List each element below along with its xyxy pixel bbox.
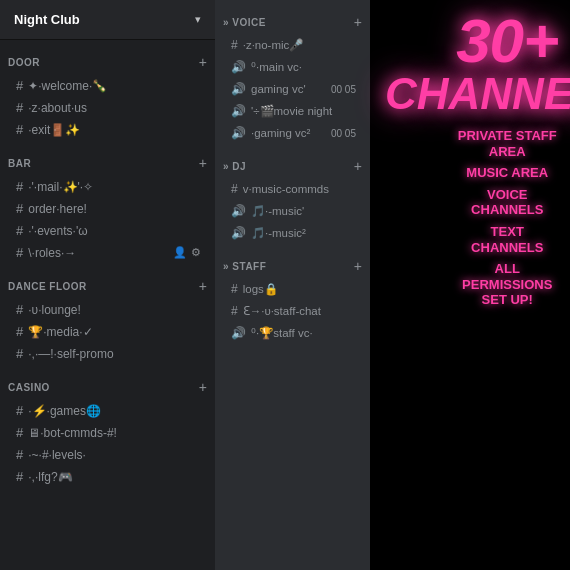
feature-item-4: ALL PERMISSIONS SET UP! (385, 261, 570, 308)
channel-name: ⁰·main vc· (251, 60, 356, 74)
category-bar: BAR+ (0, 141, 215, 175)
channel-name: 🎵·-music' (251, 204, 356, 218)
category-name: DANCE FLOOR (8, 281, 87, 292)
sidebar-channel-item[interactable]: #·,·lfg?🎮 (6, 466, 209, 487)
right-panel: 30+ CHANNELS PRIVATE STAFF AREAMUSIC ARE… (370, 0, 570, 570)
hash-icon: # (16, 346, 23, 361)
channel-name: v·music-commds (243, 183, 356, 195)
add-channel-icon[interactable]: + (354, 14, 362, 30)
channel-name: ✦·welcome·🍾 (28, 79, 107, 93)
hash-icon: # (16, 100, 23, 115)
sidebar-channel-item[interactable]: #·,·—!·self-promo (6, 343, 209, 364)
members-icon: 👤 (173, 246, 187, 259)
hash-icon: # (16, 324, 23, 339)
sidebar-channel-item[interactable]: #·~·#·levels· (6, 444, 209, 465)
sidebar-channel-item[interactable]: #·'·events·'ω (6, 220, 209, 241)
channel-name: 🏆·media·✓ (28, 325, 92, 339)
channel-name: Ɛ→·υ·staff-chat (243, 304, 356, 318)
channel-name: ·⚡·games🌐 (28, 404, 101, 418)
sidebar-channel-item[interactable]: #🏆·media·✓ (6, 321, 209, 342)
speaker-icon: 🔊 (231, 60, 246, 74)
category-casino: CASINO+ (0, 365, 215, 399)
speaker-icon: 🔊 (231, 226, 246, 240)
hash-icon: # (231, 182, 238, 196)
sidebar-channel-item[interactable]: #·'·mail·✨'·✧ (6, 176, 209, 197)
add-channel-icon[interactable]: + (354, 258, 362, 274)
middle-channel-item[interactable]: 🔊'÷🎬movie night (221, 101, 364, 121)
speaker-icon: 🔊 (231, 126, 246, 140)
add-channel-icon[interactable]: + (199, 155, 207, 171)
middle-channel-item[interactable]: 🔊⁰·main vc· (221, 57, 364, 77)
middle-channel-item[interactable]: 🔊🎵·-music' (221, 201, 364, 221)
speaker-icon: 🔊 (231, 204, 246, 218)
category-label: » DJ (223, 161, 246, 172)
channel-name: ⁰·🏆staff vc· (251, 326, 356, 340)
middle-channel-item[interactable]: #·z·no-mic🎤 (221, 35, 364, 55)
middle-channel-item[interactable]: 🔊🎵·-music² (221, 223, 364, 243)
channel-name: ·υ·lounge! (28, 303, 81, 317)
category-label: » VOICE (223, 17, 266, 28)
hash-icon: # (16, 245, 23, 260)
channel-name: 🖥·bot-cmmds-#! (28, 426, 117, 440)
hash-icon: # (16, 403, 23, 418)
sidebar-channel-item[interactable]: #·υ·lounge! (6, 299, 209, 320)
channel-name: ·~·#·levels· (28, 448, 86, 462)
channels-list: DOOR+#✦·welcome·🍾#·z·about·us#·exit🚪✨BAR… (0, 40, 215, 570)
speaker-icon: 🔊 (231, 82, 246, 96)
add-channel-icon[interactable]: + (199, 379, 207, 395)
server-header[interactable]: Night Club ▾ (0, 0, 215, 40)
sidebar-channel-item[interactable]: #·exit🚪✨ (6, 119, 209, 140)
middle-channel-item[interactable]: #logs🔒 (221, 279, 364, 299)
middle-channel-item[interactable]: 🔊⁰·🏆staff vc· (221, 323, 364, 343)
middle-channel-item[interactable]: 🔊gaming vc'00 05 (221, 79, 364, 99)
channel-name: order·here! (28, 202, 87, 216)
channel-name: ·,·—!·self-promo (28, 347, 113, 361)
channel-name: ·z·no-mic🎤 (243, 38, 356, 52)
hash-icon: # (231, 304, 238, 318)
user-count: 00 05 (331, 84, 356, 95)
sidebar-channel-item[interactable]: #order·here! (6, 198, 209, 219)
channel-name: 🎵·-music² (251, 226, 356, 240)
hash-icon: # (16, 179, 23, 194)
server-name: Night Club (14, 12, 80, 27)
hash-icon: # (231, 282, 238, 296)
add-channel-icon[interactable]: + (354, 158, 362, 174)
hash-icon: # (16, 201, 23, 216)
sidebar-channel-item[interactable]: #✦·welcome·🍾 (6, 75, 209, 96)
sidebar-channel-item[interactable]: #·⚡·games🌐 (6, 400, 209, 421)
hash-icon: # (16, 122, 23, 137)
hash-icon: # (231, 38, 238, 52)
feature-item-2: VOICE CHANNELS (385, 187, 570, 218)
hash-icon: # (16, 425, 23, 440)
sidebar-channel-item[interactable]: #🖥·bot-cmmds-#! (6, 422, 209, 443)
add-channel-icon[interactable]: + (199, 54, 207, 70)
sidebar-channel-item[interactable]: #\·roles·→👤⚙ (6, 242, 209, 263)
middle-category-voice: » VOICE+ (215, 0, 370, 34)
sidebar: Night Club ▾ DOOR+#✦·welcome·🍾#·z·about·… (0, 0, 215, 570)
category-label: » STAFF (223, 261, 266, 272)
middle-category-dj: » DJ+ (215, 144, 370, 178)
sidebar-channel-item[interactable]: #·z·about·us (6, 97, 209, 118)
middle-channel-item[interactable]: #Ɛ→·υ·staff-chat (221, 301, 364, 321)
channel-name: \·roles·→ (28, 246, 76, 260)
channel-name: ·gaming vc² (251, 127, 331, 139)
hash-icon: # (16, 469, 23, 484)
middle-channel-item[interactable]: 🔊·gaming vc²00 05 (221, 123, 364, 143)
big-title-line1: 30+ (385, 10, 570, 72)
channel-name: ·z·about·us (28, 101, 87, 115)
feature-item-0: PRIVATE STAFF AREA (385, 128, 570, 159)
add-channel-icon[interactable]: + (199, 278, 207, 294)
channel-name: ·'·mail·✨'·✧ (28, 180, 93, 194)
channel-name: gaming vc' (251, 83, 331, 95)
chevron-down-icon: ▾ (195, 13, 201, 26)
big-title-line2: CHANNELS (385, 72, 570, 116)
category-dance-floor: DANCE FLOOR+ (0, 264, 215, 298)
speaker-icon: 🔊 (231, 104, 246, 118)
user-count: 00 05 (331, 128, 356, 139)
middle-panel: » VOICE+#·z·no-mic🎤🔊⁰·main vc·🔊gaming vc… (215, 0, 370, 570)
hash-icon: # (16, 447, 23, 462)
middle-channel-item[interactable]: #v·music-commds (221, 179, 364, 199)
channel-name: '÷🎬movie night (251, 104, 356, 118)
category-name: DOOR (8, 57, 40, 68)
category-name: BAR (8, 158, 31, 169)
